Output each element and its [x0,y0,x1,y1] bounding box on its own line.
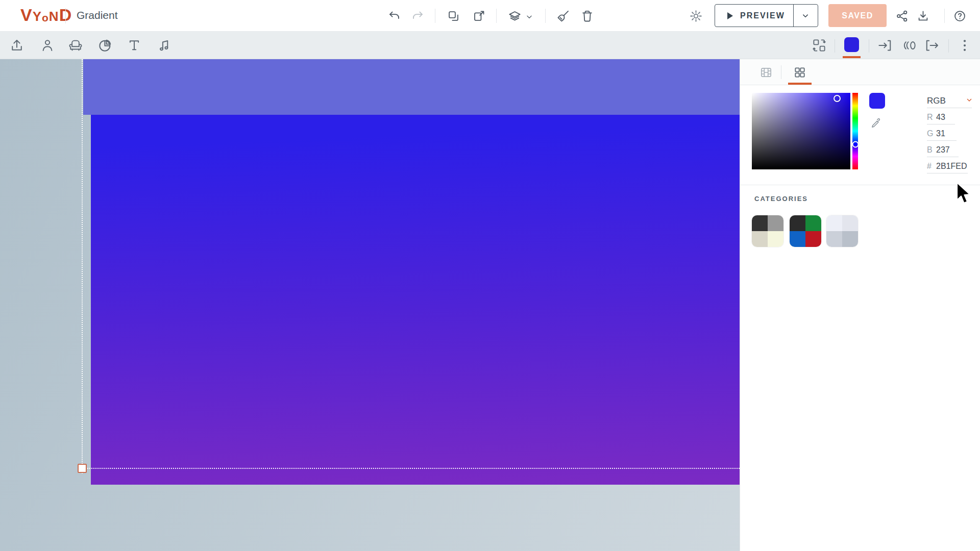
color-mode-dropdown[interactable]: RGB [927,93,973,109]
download-button[interactable] [913,6,933,26]
audio-button[interactable] [155,36,174,55]
character-icon [40,38,55,53]
chart-button[interactable] [95,36,115,55]
swap-button[interactable] [810,36,829,55]
active-tab-underline [788,83,812,85]
more-options-button[interactable] [955,36,974,55]
stage-background[interactable] [83,59,740,115]
settings-panel: RGB R 43 G 31 B 237 # [740,59,980,551]
fill-color-swatch[interactable] [844,37,859,52]
chevron-down-icon [801,11,810,20]
share-icon [895,9,909,23]
chevron-down-icon [965,96,973,106]
asset-toolbar [0,32,980,59]
hex-field[interactable]: # 2B1FED [927,158,973,174]
undo-button[interactable] [384,6,404,26]
color-value-fields: RGB R 43 G 31 B 237 # [927,93,973,174]
exit-effect-button[interactable] [923,36,942,55]
blue-field[interactable]: B 237 [927,142,973,158]
red-value[interactable]: 43 [936,113,945,122]
selection-resize-handle[interactable] [78,464,87,473]
divider [944,9,945,23]
play-icon [727,12,733,19]
preview-label: PREVIEW [740,11,785,20]
saved-button[interactable]: SAVED [828,4,887,27]
scene-settings-tab[interactable] [754,62,778,83]
prop-button[interactable] [66,36,85,55]
palette-category-3[interactable] [826,215,858,247]
layers-dropdown[interactable] [520,7,539,27]
active-tool-underline [843,56,861,58]
delete-button[interactable] [577,6,597,26]
grid-icon [793,66,806,79]
copy-to-button[interactable] [469,6,488,26]
chart-icon [97,38,113,53]
eyedropper-icon [870,116,883,130]
hue-cursor[interactable] [852,141,859,147]
clear-style-button[interactable] [553,6,573,26]
categories-heading: CATEGORIES [754,195,808,203]
swap-icon [812,38,827,53]
vyond-editor: VYoND Gradient [0,0,980,551]
red-field[interactable]: R 43 [927,109,973,126]
selection-border-left [82,59,83,473]
hex-value[interactable]: 2B1FED [936,162,967,171]
text-icon [127,38,142,53]
enter-effect-icon [877,38,892,53]
help-icon [953,9,967,23]
upload-button[interactable] [7,36,27,55]
download-icon [916,9,930,23]
text-button[interactable] [125,36,144,55]
help-button[interactable] [950,6,969,26]
undo-icon [387,9,401,23]
gear-icon [689,9,703,23]
copy-out-icon [472,9,486,23]
palette-category-1[interactable] [752,215,783,247]
divider [496,9,497,23]
trash-icon [580,9,594,23]
green-field[interactable]: G 31 [927,126,973,142]
settings-button[interactable] [686,6,705,26]
redo-icon [411,9,425,23]
copy-button[interactable] [444,6,463,26]
exit-effect-icon [925,38,940,53]
preview-options-dropdown[interactable] [794,11,818,20]
hue-slider[interactable] [852,93,858,169]
blue-value[interactable]: 237 [936,145,950,155]
motion-effect-button[interactable] [900,36,920,55]
kebab-menu-icon [957,38,972,53]
copy-icon [447,9,460,23]
gradient-element[interactable] [91,115,740,485]
audio-icon [157,38,172,53]
motion-effect-icon [902,38,918,53]
selection-border-bottom [82,468,740,469]
project-title[interactable]: Gradient [77,9,118,21]
divider [435,9,435,23]
share-button[interactable] [892,6,912,26]
character-button[interactable] [38,36,57,55]
color-mode-value: RGB [927,96,946,106]
divider [781,65,781,79]
preview-button[interactable]: PREVIEW [715,4,818,27]
top-bar: VYoND Gradient [0,0,980,32]
broom-icon [556,9,570,23]
vyond-logo[interactable]: VYoND [20,6,72,23]
divider [948,39,949,53]
redo-button[interactable] [408,6,427,26]
panel-tabs [740,59,980,85]
divider [869,39,869,53]
divider [835,39,835,53]
eyedropper-button[interactable] [868,114,885,132]
filmstrip-icon [760,66,773,79]
divider [65,8,66,23]
prop-icon [68,38,83,53]
divider [545,9,546,23]
palette-category-2[interactable] [790,215,821,247]
chevron-down-icon [525,12,534,21]
enter-effect-button[interactable] [875,36,894,55]
asset-settings-tab[interactable] [788,62,812,83]
saturation-brightness-picker[interactable] [752,93,850,169]
saturation-cursor[interactable] [834,95,841,102]
green-value[interactable]: 31 [936,129,945,138]
upload-icon [9,38,24,53]
